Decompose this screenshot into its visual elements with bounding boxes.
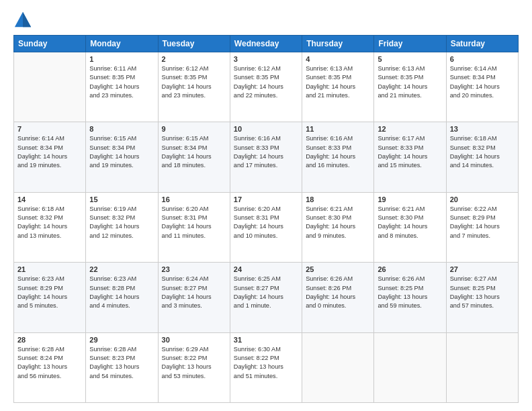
calendar-cell: 31Sunrise: 6:30 AM Sunset: 8:22 PM Dayli… [230,332,302,402]
day-number: 4 [306,55,370,63]
day-number: 7 [17,125,82,133]
day-info: Sunrise: 6:18 AM Sunset: 8:32 PM Dayligh… [450,134,515,170]
day-number: 22 [89,265,154,273]
calendar-cell: 30Sunrise: 6:29 AM Sunset: 8:22 PM Dayli… [158,332,230,402]
week-row-3: 21Sunrise: 6:23 AM Sunset: 8:29 PM Dayli… [14,263,519,332]
day-info: Sunrise: 6:24 AM Sunset: 8:27 PM Dayligh… [162,275,226,310]
header [13,11,519,30]
calendar-cell: 14Sunrise: 6:18 AM Sunset: 8:32 PM Dayli… [14,192,86,262]
day-info: Sunrise: 6:16 AM Sunset: 8:33 PM Dayligh… [234,134,298,170]
day-number: 16 [162,195,226,203]
day-info: Sunrise: 6:15 AM Sunset: 8:34 PM Dayligh… [162,134,226,170]
svg-marker-1 [23,12,31,27]
day-info: Sunrise: 6:29 AM Sunset: 8:22 PM Dayligh… [162,345,226,381]
calendar-cell: 19Sunrise: 6:21 AM Sunset: 8:30 PM Dayli… [374,192,446,262]
col-header-saturday: Saturday [446,36,518,52]
calendar-cell: 5Sunrise: 6:13 AM Sunset: 8:35 PM Daylig… [374,52,446,122]
day-info: Sunrise: 6:19 AM Sunset: 8:32 PM Dayligh… [89,205,154,240]
day-info: Sunrise: 6:14 AM Sunset: 8:34 PM Dayligh… [450,64,515,100]
calendar-cell: 16Sunrise: 6:20 AM Sunset: 8:31 PM Dayli… [158,192,230,262]
calendar-cell [14,52,86,122]
day-info: Sunrise: 6:20 AM Sunset: 8:31 PM Dayligh… [162,205,226,240]
day-number: 18 [306,195,370,203]
day-info: Sunrise: 6:28 AM Sunset: 8:24 PM Dayligh… [17,345,82,381]
logo [13,11,35,30]
col-header-tuesday: Tuesday [158,36,230,52]
calendar-cell: 2Sunrise: 6:12 AM Sunset: 8:35 PM Daylig… [158,52,230,122]
day-number: 31 [234,336,298,344]
day-number: 19 [378,195,442,203]
calendar-cell: 26Sunrise: 6:26 AM Sunset: 8:25 PM Dayli… [374,263,446,332]
col-header-thursday: Thursday [302,36,374,52]
day-info: Sunrise: 6:12 AM Sunset: 8:35 PM Dayligh… [162,64,226,100]
day-number: 21 [17,265,82,273]
day-number: 12 [378,125,442,133]
day-number: 3 [234,55,298,63]
calendar-cell: 27Sunrise: 6:27 AM Sunset: 8:25 PM Dayli… [446,263,518,332]
calendar-cell: 23Sunrise: 6:24 AM Sunset: 8:27 PM Dayli… [158,263,230,332]
week-row-2: 14Sunrise: 6:18 AM Sunset: 8:32 PM Dayli… [14,192,519,262]
day-number: 10 [234,125,298,133]
calendar-cell: 17Sunrise: 6:20 AM Sunset: 8:31 PM Dayli… [230,192,302,262]
col-header-friday: Friday [374,36,446,52]
day-number: 9 [162,125,226,133]
calendar-cell: 7Sunrise: 6:14 AM Sunset: 8:34 PM Daylig… [14,122,86,192]
day-number: 14 [17,195,82,203]
calendar-cell: 13Sunrise: 6:18 AM Sunset: 8:32 PM Dayli… [446,122,518,192]
calendar-cell [446,332,518,402]
day-info: Sunrise: 6:14 AM Sunset: 8:34 PM Dayligh… [17,134,82,170]
calendar-cell: 20Sunrise: 6:22 AM Sunset: 8:29 PM Dayli… [446,192,518,262]
day-number: 6 [450,55,515,63]
day-info: Sunrise: 6:23 AM Sunset: 8:28 PM Dayligh… [89,275,154,310]
day-info: Sunrise: 6:17 AM Sunset: 8:33 PM Dayligh… [378,134,442,170]
calendar-cell: 3Sunrise: 6:12 AM Sunset: 8:35 PM Daylig… [230,52,302,122]
week-row-0: 1Sunrise: 6:11 AM Sunset: 8:35 PM Daylig… [14,52,519,122]
calendar-cell: 1Sunrise: 6:11 AM Sunset: 8:35 PM Daylig… [86,52,158,122]
day-info: Sunrise: 6:23 AM Sunset: 8:29 PM Dayligh… [17,275,82,310]
calendar-cell: 24Sunrise: 6:25 AM Sunset: 8:27 PM Dayli… [230,263,302,332]
day-info: Sunrise: 6:22 AM Sunset: 8:29 PM Dayligh… [450,205,515,240]
calendar-cell: 4Sunrise: 6:13 AM Sunset: 8:35 PM Daylig… [302,52,374,122]
day-number: 20 [450,195,515,203]
day-number: 26 [378,265,442,273]
day-info: Sunrise: 6:21 AM Sunset: 8:30 PM Dayligh… [378,205,442,240]
col-header-monday: Monday [86,36,158,52]
day-number: 24 [234,265,298,273]
day-number: 5 [378,55,442,63]
calendar-cell: 22Sunrise: 6:23 AM Sunset: 8:28 PM Dayli… [86,263,158,332]
day-number: 1 [89,55,154,63]
day-info: Sunrise: 6:21 AM Sunset: 8:30 PM Dayligh… [306,205,370,240]
calendar-cell: 15Sunrise: 6:19 AM Sunset: 8:32 PM Dayli… [86,192,158,262]
calendar-cell: 21Sunrise: 6:23 AM Sunset: 8:29 PM Dayli… [14,263,86,332]
day-info: Sunrise: 6:27 AM Sunset: 8:25 PM Dayligh… [450,275,515,310]
day-info: Sunrise: 6:25 AM Sunset: 8:27 PM Dayligh… [234,275,298,310]
logo-icon [13,11,32,30]
day-info: Sunrise: 6:26 AM Sunset: 8:26 PM Dayligh… [306,275,370,310]
week-row-4: 28Sunrise: 6:28 AM Sunset: 8:24 PM Dayli… [14,332,519,402]
calendar-cell: 9Sunrise: 6:15 AM Sunset: 8:34 PM Daylig… [158,122,230,192]
day-number: 29 [89,336,154,344]
day-number: 28 [17,336,82,344]
calendar-cell [374,332,446,402]
day-info: Sunrise: 6:30 AM Sunset: 8:22 PM Dayligh… [234,345,298,381]
calendar-cell: 25Sunrise: 6:26 AM Sunset: 8:26 PM Dayli… [302,263,374,332]
calendar-cell: 8Sunrise: 6:15 AM Sunset: 8:34 PM Daylig… [86,122,158,192]
day-info: Sunrise: 6:26 AM Sunset: 8:25 PM Dayligh… [378,275,442,310]
day-info: Sunrise: 6:12 AM Sunset: 8:35 PM Dayligh… [234,64,298,100]
day-number: 2 [162,55,226,63]
day-number: 30 [162,336,226,344]
day-info: Sunrise: 6:28 AM Sunset: 8:23 PM Dayligh… [89,345,154,381]
header-row: SundayMondayTuesdayWednesdayThursdayFrid… [14,36,519,52]
day-number: 17 [234,195,298,203]
day-info: Sunrise: 6:11 AM Sunset: 8:35 PM Dayligh… [89,64,154,100]
day-info: Sunrise: 6:13 AM Sunset: 8:35 PM Dayligh… [378,64,442,100]
day-number: 25 [306,265,370,273]
day-number: 11 [306,125,370,133]
page: SundayMondayTuesdayWednesdayThursdayFrid… [0,0,532,411]
day-info: Sunrise: 6:18 AM Sunset: 8:32 PM Dayligh… [17,205,82,240]
calendar-cell: 10Sunrise: 6:16 AM Sunset: 8:33 PM Dayli… [230,122,302,192]
day-number: 15 [89,195,154,203]
day-info: Sunrise: 6:13 AM Sunset: 8:35 PM Dayligh… [306,64,370,100]
day-info: Sunrise: 6:15 AM Sunset: 8:34 PM Dayligh… [89,134,154,170]
day-info: Sunrise: 6:16 AM Sunset: 8:33 PM Dayligh… [306,134,370,170]
